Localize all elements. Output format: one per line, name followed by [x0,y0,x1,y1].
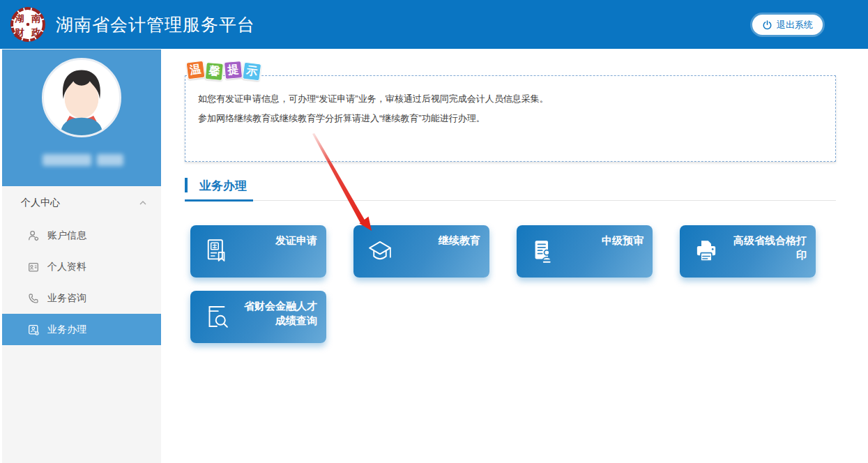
section-header: 业务办理 [185,176,836,201]
sidebar-menu: 个人中心 账户信息 [2,186,161,345]
logout-button[interactable]: 退出系统 [752,15,823,35]
notice-line-1: 如您有发证申请信息，可办理“发证申请”业务，审核通过后视同完成会计人员信息采集。 [198,93,549,105]
sidebar-item-business-consulting[interactable]: 业务咨询 [2,282,161,314]
cartoon-person-icon [44,60,119,135]
sidebar-section-personal-center[interactable]: 个人中心 [2,186,161,220]
svg-text:湖: 湖 [15,13,25,24]
sidebar: 个人中心 账户信息 [2,49,161,463]
card-continuing-education[interactable]: 继续教育 [353,225,489,278]
badge-char: 温 [186,61,206,80]
svg-text:南: 南 [31,13,41,24]
sidebar-item-account-info[interactable]: 账户信息 [2,220,161,251]
svg-text:政: 政 [31,27,41,38]
document-search-icon [202,302,231,331]
notice-box: 如您有发证申请信息，可办理“发证申请”业务，审核通过后视同完成会计人员信息采集。… [185,75,836,162]
page: 湖 南 财 政 湖南省会计管理服务平台 退出系统 [0,0,868,463]
power-icon [762,20,772,30]
logout-label: 退出系统 [777,19,813,31]
card-label: 高级省线合格打 印 [733,233,807,262]
graduation-cap-icon [365,236,395,266]
section-label: 个人中心 [21,197,60,209]
warm-tips-badge: 温 馨 提 示 [187,61,261,79]
avatar[interactable] [42,58,121,137]
hunan-finance-seal-logo: 湖 南 财 政 [9,6,47,43]
printer-icon [692,236,721,266]
card-label: 中级预审 [602,233,644,248]
card-intermediate-prereview[interactable]: 中级预审 [517,225,653,278]
certificate-icon [202,236,231,266]
sidebar-item-label: 业务办理 [47,324,86,336]
badge-char: 馨 [205,62,224,81]
section-title: 业务办理 [199,178,247,194]
card-label: 省财会金融人才 成绩查询 [244,298,317,328]
user-gear-icon [27,229,40,242]
sidebar-item-label: 业务咨询 [47,292,86,305]
user-panel [2,50,161,186]
sidebar-item-personal-profile[interactable]: 个人资料 [2,251,161,282]
badge-char: 示 [242,62,261,82]
badge-char: 提 [224,61,243,79]
username-blurred [43,154,91,166]
card-finance-talent-score-query[interactable]: 省财会金融人才 成绩查询 [190,291,326,343]
card-senior-qualification-print[interactable]: 高级省线合格打 印 [680,225,816,278]
document-person-icon [528,236,558,266]
svg-text:财: 财 [15,27,25,38]
section-divider [185,200,836,201]
app-title: 湖南省会计管理服务平台 [56,0,255,49]
badge-gear-icon [27,324,40,336]
sidebar-item-label: 账户信息 [47,229,86,242]
card-label: 发证申请 [275,233,317,248]
card-certificate-application[interactable]: 发证申请 [190,225,326,278]
phone-icon [27,292,40,305]
id-card-icon [27,261,40,273]
section-divider-accent [185,199,253,202]
username-blurred [97,154,123,166]
chevron-up-icon [139,199,147,207]
section-accent-bar [185,178,188,192]
card-label: 继续教育 [439,233,480,248]
header: 湖 南 财 政 湖南省会计管理服务平台 退出系统 [0,0,868,49]
sidebar-item-label: 个人资料 [47,261,86,273]
notice-line-2: 参加网络继续教育或继续教育学分折算请进入“继续教育”功能进行办理。 [198,112,485,125]
sidebar-item-business-handling[interactable]: 业务办理 [2,314,161,345]
